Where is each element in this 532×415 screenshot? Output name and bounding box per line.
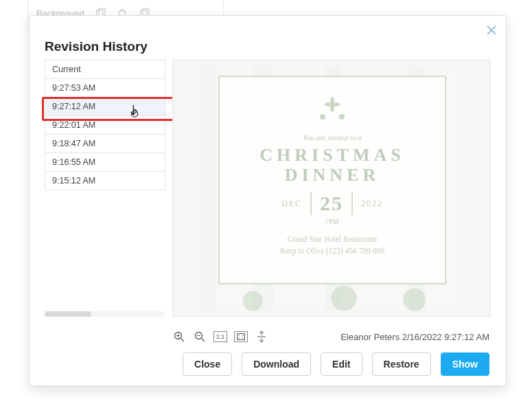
- restore-button[interactable]: Restore: [372, 352, 431, 376]
- event-day: 25: [320, 192, 343, 215]
- edit-button[interactable]: Edit: [321, 352, 362, 376]
- show-button[interactable]: Show: [441, 352, 489, 376]
- revision-item[interactable]: 9:22:01 AM: [45, 116, 165, 135]
- revision-preview: You are invited to a CHRISTMAS DINNER DE…: [172, 60, 491, 317]
- revision-item[interactable]: 9:27:53 AM: [45, 79, 165, 98]
- event-time: 7PM: [325, 218, 338, 225]
- event-year: 2022: [361, 199, 383, 209]
- invite-text: You are invited to a: [303, 133, 361, 142]
- revision-item[interactable]: 9:18:47 AM: [45, 135, 165, 153]
- rsvp-text: Rsvp to Oliva (123) 456 789 000: [280, 247, 384, 255]
- ratio-label: 1:1: [213, 331, 227, 342]
- event-month: DEC: [281, 199, 302, 209]
- zoom-out-button[interactable]: [193, 330, 207, 344]
- revision-history-modal: Revision History Current9:27:53 AM9:27:1…: [29, 15, 507, 386]
- horizontal-scrollbar[interactable]: [45, 311, 164, 317]
- svg-point-6: [320, 114, 325, 120]
- revision-item[interactable]: 9:27:12 AM: [45, 98, 165, 116]
- date-row: DEC 25 2022: [281, 192, 383, 215]
- fit-height-button[interactable]: [255, 330, 268, 344]
- revision-list: Current9:27:53 AM9:27:12 AM9:22:01 AM9:1…: [45, 60, 165, 190]
- fit-screen-button[interactable]: [234, 330, 248, 344]
- revision-item[interactable]: 9:16:55 AM: [45, 153, 165, 172]
- svg-line-13: [202, 339, 205, 342]
- fit-icon: [234, 331, 248, 342]
- event-info: Grand Star Hotel Restaurant Rsvp to Oliv…: [280, 234, 384, 258]
- revision-meta: Eleanor Peters 2/16/2022 9:27:12 AM: [340, 332, 489, 342]
- close-icon[interactable]: [487, 25, 496, 35]
- foliage-decoration: [200, 284, 461, 312]
- preview-toolbar: 1:1 Eleanor Peters 2/16/2022 9:27:12 AM: [172, 326, 489, 347]
- divider-bar: [351, 192, 353, 215]
- close-button[interactable]: Close: [183, 352, 232, 376]
- revision-item[interactable]: 9:15:12 AM: [45, 172, 165, 190]
- svg-point-7: [339, 114, 345, 120]
- modal-title: Revision History: [45, 39, 148, 54]
- flower-icon: [312, 93, 353, 124]
- action-buttons: Close Download Edit Restore Show: [172, 352, 489, 376]
- title-line-2: DINNER: [285, 165, 380, 185]
- download-button[interactable]: Download: [242, 352, 311, 376]
- zoom-1to1-button[interactable]: 1:1: [213, 330, 227, 344]
- event-title: CHRISTMAS DINNER: [259, 146, 404, 185]
- invitation-card: You are invited to a CHRISTMAS DINNER DE…: [218, 76, 446, 284]
- zoom-in-button[interactable]: [172, 330, 186, 344]
- title-line-1: CHRISTMAS: [259, 145, 404, 165]
- venue-text: Grand Star Hotel Restaurant: [288, 235, 378, 243]
- svg-line-9: [181, 339, 185, 342]
- revision-item[interactable]: Current: [45, 60, 165, 79]
- divider-bar: [310, 192, 312, 215]
